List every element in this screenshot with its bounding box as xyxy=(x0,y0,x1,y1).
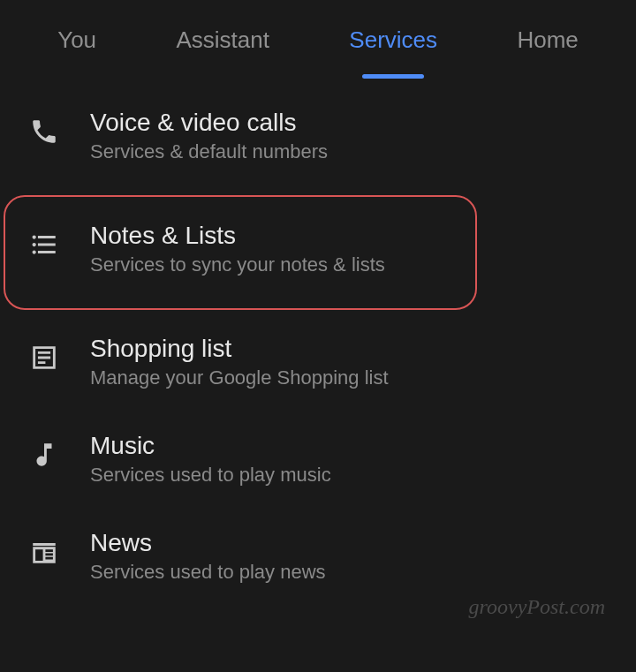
setting-text: Notes & Lists Services to sync your note… xyxy=(90,222,610,276)
setting-notes-lists[interactable]: Notes & Lists Services to sync your note… xyxy=(0,200,636,298)
setting-text: Music Services used to play music xyxy=(90,432,610,487)
setting-subtitle: Services to sync your notes & lists xyxy=(90,253,610,276)
setting-shopping-list[interactable]: Shopping list Manage your Google Shoppin… xyxy=(0,313,636,411)
phone-icon xyxy=(26,114,62,149)
setting-title: Shopping list xyxy=(90,335,610,363)
setting-subtitle: Services & default numbers xyxy=(90,140,610,163)
shopping-list-icon xyxy=(26,340,62,375)
settings-list: Voice & video calls Services & default n… xyxy=(0,79,636,614)
setting-subtitle: Services used to play news xyxy=(90,561,610,584)
setting-music[interactable]: Music Services used to play music xyxy=(0,411,636,508)
tab-services[interactable]: Services xyxy=(349,26,437,79)
tab-you[interactable]: You xyxy=(57,26,96,79)
music-note-icon xyxy=(26,437,62,472)
list-icon xyxy=(26,227,62,262)
setting-text: Voice & video calls Services & default n… xyxy=(90,109,610,163)
tab-assistant[interactable]: Assistant xyxy=(176,26,269,79)
setting-subtitle: Manage your Google Shopping list xyxy=(90,366,610,389)
setting-text: Shopping list Manage your Google Shoppin… xyxy=(90,335,610,389)
watermark: groovyPost.com xyxy=(469,595,605,619)
tab-home[interactable]: Home xyxy=(517,26,578,79)
setting-title: News xyxy=(90,529,610,557)
news-icon xyxy=(26,534,62,570)
setting-text: News Services used to play news xyxy=(90,529,610,584)
setting-title: Notes & Lists xyxy=(90,222,610,250)
setting-news[interactable]: News Services used to play news xyxy=(0,508,636,605)
tabs-bar: You Assistant Services Home xyxy=(0,0,636,79)
setting-subtitle: Services used to play music xyxy=(90,464,610,487)
setting-title: Music xyxy=(90,432,610,460)
setting-title: Voice & video calls xyxy=(90,109,610,137)
setting-voice-video-calls[interactable]: Voice & video calls Services & default n… xyxy=(0,87,636,185)
